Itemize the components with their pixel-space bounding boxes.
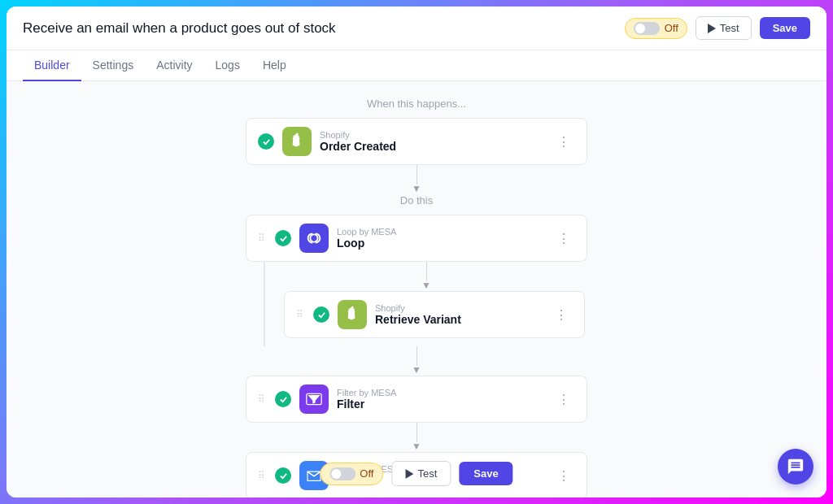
toggle-label: Off xyxy=(665,22,678,34)
filter-card[interactable]: ⠿ Filter by MESA Filter xyxy=(246,376,587,423)
tab-activity[interactable]: Activity xyxy=(145,50,203,81)
steps-section: ⠿ Loop by MESA Loop ⋮ xyxy=(7,215,826,497)
bottom-save-button[interactable]: Save xyxy=(459,462,512,485)
trigger-label: When this happens... xyxy=(367,98,466,110)
toggle-thumb xyxy=(635,24,645,33)
svg-marker-0 xyxy=(708,24,716,33)
chat-button[interactable] xyxy=(778,449,813,484)
header-toggle[interactable]: Off xyxy=(625,18,687,39)
filter-service: Filter by MESA xyxy=(337,388,544,398)
bottom-toggle-track[interactable] xyxy=(329,467,355,480)
app-window: Receive an email when a product goes out… xyxy=(7,7,826,497)
connector-line-loop-in xyxy=(426,262,427,281)
retrieve-more-button[interactable]: ⋮ xyxy=(550,306,573,324)
bottom-toggle[interactable]: Off xyxy=(320,463,383,485)
connector-2: ▼ xyxy=(246,346,587,376)
page-title: Receive an email when a product goes out… xyxy=(23,20,336,37)
trigger-card-info: Shopify Order Created xyxy=(320,130,544,153)
check-icon-loop xyxy=(275,230,291,246)
connector-line-1 xyxy=(416,165,417,185)
drag-handle-email[interactable]: ⠿ xyxy=(258,470,265,481)
tab-logs[interactable]: Logs xyxy=(204,50,251,81)
shopify-icon-retrieve xyxy=(338,300,367,329)
connector-arrow-loop-in: ▼ xyxy=(421,280,431,291)
bottom-play-icon xyxy=(405,469,413,479)
test-button[interactable]: Test xyxy=(696,16,752,40)
tab-help[interactable]: Help xyxy=(251,50,298,81)
loop-card[interactable]: ⠿ Loop by MESA Loop ⋮ xyxy=(246,215,587,262)
loop-indent-container: ▼ ⠿ xyxy=(246,262,587,346)
trigger-service: Shopify xyxy=(320,130,544,140)
trigger-card[interactable]: Shopify Order Created ⋮ xyxy=(246,118,587,165)
retrieve-card-info: Shopify Retrieve Variant xyxy=(375,303,542,326)
retrieve-name: Retrieve Variant xyxy=(375,313,542,326)
main-content: When this happens... Shopify Order Creat… xyxy=(7,81,826,497)
drag-handle-filter[interactable]: ⠿ xyxy=(258,393,265,405)
loop-card-info: Loop by MESA Loop xyxy=(337,227,544,250)
svg-marker-2 xyxy=(405,469,413,479)
filter-name: Filter xyxy=(337,398,544,411)
connector-arrow-2: ▼ xyxy=(412,364,421,376)
chat-icon xyxy=(787,458,805,476)
toggle-track[interactable] xyxy=(634,22,660,35)
filter-more-button[interactable]: ⋮ xyxy=(552,390,575,409)
retrieve-service: Shopify xyxy=(375,303,542,313)
trigger-section: When this happens... Shopify Order Creat… xyxy=(7,98,826,215)
trigger-name: Order Created xyxy=(320,140,544,153)
play-icon xyxy=(708,24,716,33)
check-icon-filter xyxy=(275,391,291,407)
connector-3: ▼ xyxy=(246,423,587,452)
loop-children: ▼ ⠿ xyxy=(265,262,587,346)
loop-name: Loop xyxy=(337,237,544,250)
connector-arrow-1: ▼ xyxy=(412,183,421,194)
tabs-bar: Builder Settings Activity Logs Help xyxy=(7,50,826,81)
loop-icon xyxy=(299,224,329,253)
retrieve-card[interactable]: ⠿ Shopify Ret xyxy=(284,291,585,338)
bottom-actions: Off Test Save xyxy=(320,461,512,486)
bottom-toggle-label: Off xyxy=(360,467,373,480)
action-label: Do this xyxy=(400,194,433,206)
header-actions: Off Test Save xyxy=(625,16,810,40)
email-more-button[interactable]: ⋮ xyxy=(552,467,575,485)
connector-line-3 xyxy=(416,423,417,442)
connector-line-2 xyxy=(416,346,417,366)
connector-arrow-3: ▼ xyxy=(412,441,421,452)
tab-builder[interactable]: Builder xyxy=(23,50,81,81)
connector-loop-in: ▼ xyxy=(268,262,585,291)
trigger-more-button[interactable]: ⋮ xyxy=(552,133,575,151)
shopify-icon-trigger xyxy=(282,127,312,156)
check-icon-trigger xyxy=(258,133,274,150)
drag-handle-loop[interactable]: ⠿ xyxy=(258,232,265,244)
header: Receive an email when a product goes out… xyxy=(7,7,826,50)
save-button[interactable]: Save xyxy=(760,17,810,39)
filter-card-info: Filter by MESA Filter xyxy=(337,388,544,411)
check-icon-retrieve xyxy=(313,306,329,323)
drag-handle-retrieve[interactable]: ⠿ xyxy=(296,309,303,320)
loop-more-button[interactable]: ⋮ xyxy=(552,229,575,248)
check-icon-email xyxy=(275,467,291,484)
tab-settings[interactable]: Settings xyxy=(81,50,146,81)
filter-icon xyxy=(299,385,329,414)
connector-1: ▼ xyxy=(246,165,587,194)
bottom-toggle-thumb xyxy=(331,469,341,479)
bottom-test-button[interactable]: Test xyxy=(391,461,451,486)
loop-service: Loop by MESA xyxy=(337,227,544,237)
